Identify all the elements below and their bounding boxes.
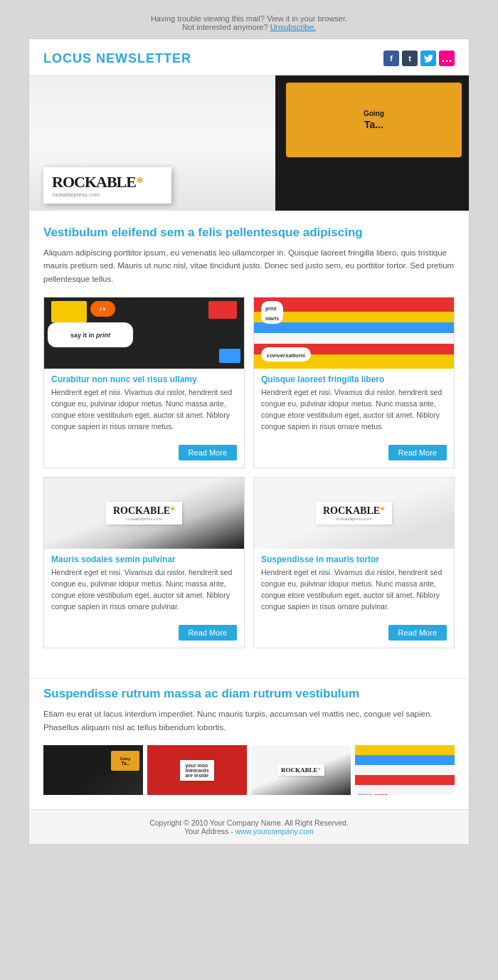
section1-title: Vestibulum eleifend sem a felis pellente… — [43, 225, 455, 241]
bottom-body: Etiam eu erat ut lacus interdum imperdie… — [43, 707, 455, 734]
card4-image: ROCKABLE* rockablepress.com — [254, 478, 454, 549]
card-4: ROCKABLE* rockablepress.com Suspendisse … — [253, 477, 455, 648]
card1-text: Hendrerit eget et nisi. Vivamus dui nisl… — [51, 387, 237, 432]
card-1: say it in print I ♥ Curabitur non nunc v… — [43, 297, 245, 468]
cards-row-1: say it in print I ♥ Curabitur non nunc v… — [43, 297, 455, 468]
tumblr-icon[interactable]: t — [402, 51, 418, 66]
thumb-4: think print — [355, 745, 455, 795]
facebook-icon[interactable]: f — [383, 51, 399, 66]
main-content: Vestibulum eleifend sem a felis pellente… — [29, 211, 469, 671]
card1-read-more[interactable]: Read More — [179, 445, 237, 460]
card-2: conversations printstarts Quisque laoree… — [253, 297, 455, 468]
footer: Copyright © 2010 Your Company Name. All … — [29, 809, 469, 844]
social-icons-group: f t … — [383, 51, 455, 66]
footer-copyright: Copyright © 2010 Your Company Name. All … — [38, 818, 460, 827]
thumb-2: your moo minicards are inside — [147, 745, 247, 795]
footer-website-link[interactable]: www.yourcompany.com — [235, 827, 314, 836]
thumb-3: ROCKABLE* — [251, 745, 351, 795]
thumbnail-grid: Going Ta.. your moo minicards are inside — [43, 745, 455, 795]
card1-body: Curabitur non nunc vel risus ullamy Hend… — [44, 369, 244, 441]
card1-image: say it in print I ♥ — [44, 297, 244, 369]
card-3: ROCKABLE* rockablepress.com Mauris sodal… — [43, 477, 245, 648]
topbar: Having trouble viewing this mail? View i… — [0, 14, 498, 31]
card4-title: Suspendisse in mauris tortor — [261, 554, 447, 564]
email-container: LOCUS NEWSLETTER f t … ROCKAB — [28, 38, 470, 845]
card3-image: ROCKABLE* rockablepress.com — [44, 478, 244, 549]
cards-row-2: ROCKABLE* rockablepress.com Mauris sodal… — [43, 477, 455, 648]
newsletter-title: LOCUS NEWSLETTER — [43, 51, 191, 66]
footer-address: Your Address - www.yourcompany.com — [38, 827, 460, 836]
card2-image: conversations printstarts — [254, 297, 454, 369]
twitter-icon[interactable] — [420, 51, 436, 66]
card1-title: Curabitur non nunc vel risus ullamy — [51, 374, 237, 384]
card3-text: Hendrerit eget et nisi. Vivamus dui nisl… — [51, 567, 237, 612]
card2-title: Quisque laoreet fringilla libero — [261, 374, 447, 384]
flickr-icon[interactable]: … — [439, 51, 455, 66]
hero-image: ROCKABLE* rockablepress.com Going Ta... — [29, 75, 469, 211]
card3-body: Mauris sodales semin pulvinar Hendrerit … — [44, 549, 244, 621]
unsubscribe-link[interactable]: Unsubscribe. — [270, 23, 316, 31]
bottom-title: Suspendisse rutrum massa ac diam rutrum … — [43, 686, 455, 702]
card3-read-more[interactable]: Read More — [179, 625, 237, 641]
topbar-line2: Not interested anymore? Unsubscribe. — [0, 23, 498, 31]
topbar-line1: Having trouble viewing this mail? View i… — [0, 14, 498, 23]
card4-text: Hendrerit eget et nisi. Vivamus dui nisl… — [261, 567, 447, 612]
card2-text: Hendrerit eget et nisi. Vivamus dui nisl… — [261, 387, 447, 432]
card4-read-more[interactable]: Read More — [388, 625, 447, 641]
card4-body: Suspendisse in mauris tortor Hendrerit e… — [254, 549, 454, 621]
card2-body: Quisque laoreet fringilla libero Hendrer… — [254, 369, 454, 441]
thumb-1: Going Ta.. — [43, 745, 143, 795]
email-header: LOCUS NEWSLETTER f t … — [29, 39, 469, 75]
section1-body: Aliquam adipiscing porttitor ipsum, eu v… — [43, 246, 455, 285]
card2-read-more[interactable]: Read More — [388, 445, 447, 460]
card3-title: Mauris sodales semin pulvinar — [51, 554, 237, 564]
bottom-section: Suspendisse rutrum massa ac diam rutrum … — [29, 678, 469, 809]
